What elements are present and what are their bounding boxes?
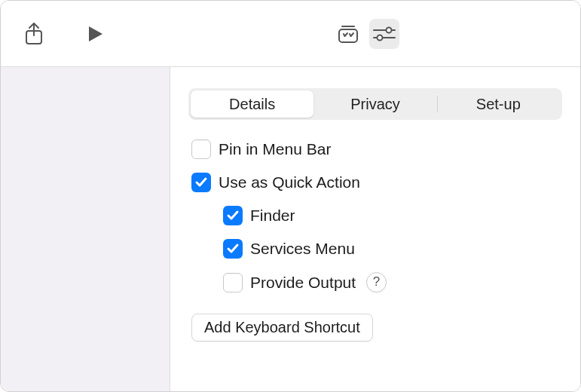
tab-label: Set-up xyxy=(476,96,521,113)
pin-label: Pin in Menu Bar xyxy=(219,139,331,158)
finder-label: Finder xyxy=(250,206,295,225)
output-label: Provide Output xyxy=(250,273,356,292)
help-button[interactable]: ? xyxy=(366,272,387,292)
checkmark-icon xyxy=(194,176,208,189)
option-finder-row: Finder xyxy=(191,206,562,225)
tab-privacy[interactable]: Privacy xyxy=(313,90,436,118)
checkmark-icon xyxy=(226,209,240,222)
library-icon xyxy=(336,23,360,44)
sliders-icon xyxy=(372,26,397,42)
option-pin-row: Pin in Menu Bar xyxy=(191,139,562,159)
finder-checkbox[interactable] xyxy=(223,206,243,225)
sidebar xyxy=(1,67,170,391)
checkmark-icon xyxy=(226,242,240,256)
tab-details[interactable]: Details xyxy=(191,90,313,118)
pin-checkbox[interactable] xyxy=(191,139,211,159)
add-keyboard-shortcut-button[interactable]: Add Keyboard Shortcut xyxy=(191,314,373,341)
services-label: Services Menu xyxy=(250,239,355,258)
run-button[interactable] xyxy=(81,19,111,49)
quick-label: Use as Quick Action xyxy=(219,173,360,191)
tab-bar: Details Privacy Set-up xyxy=(188,88,562,120)
option-quick-row: Use as Quick Action xyxy=(191,173,562,192)
svg-point-3 xyxy=(386,27,391,32)
tab-label: Details xyxy=(229,96,275,113)
library-button[interactable] xyxy=(333,19,363,49)
option-services-row: Services Menu xyxy=(191,239,562,259)
main-panel: Details Privacy Set-up Pin in Menu Bar xyxy=(170,67,580,391)
help-icon: ? xyxy=(373,274,380,289)
shortcut-label: Add Keyboard Shortcut xyxy=(204,319,360,336)
svg-rect-1 xyxy=(339,29,357,42)
services-checkbox[interactable] xyxy=(223,239,243,259)
tab-setup[interactable]: Set-up xyxy=(437,90,560,118)
svg-point-5 xyxy=(377,35,382,40)
tab-label: Privacy xyxy=(350,96,400,113)
option-output-row: Provide Output ? xyxy=(191,272,562,292)
quick-action-checkbox[interactable] xyxy=(191,173,211,192)
toolbar xyxy=(1,1,580,67)
share-button[interactable] xyxy=(19,19,49,49)
settings-button[interactable] xyxy=(369,19,399,49)
play-icon xyxy=(87,25,104,43)
share-icon xyxy=(24,22,44,46)
output-checkbox[interactable] xyxy=(223,273,243,292)
